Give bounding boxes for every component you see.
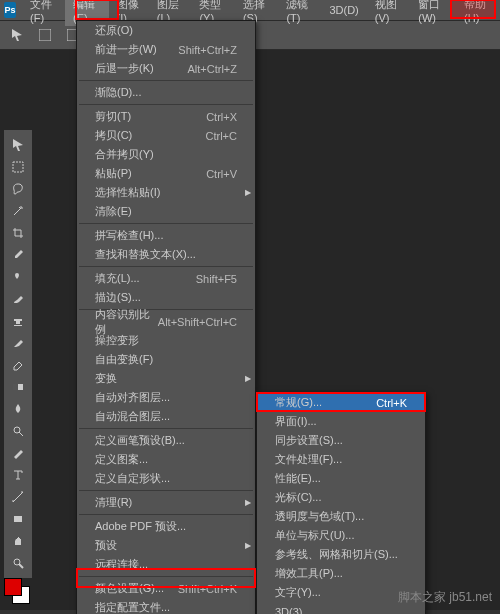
- tool-gradient[interactable]: [4, 376, 32, 398]
- menu-label: 清理(R): [95, 495, 132, 510]
- menu-shortcut: Shift+Ctrl+Z: [178, 44, 237, 56]
- menubar: Ps 文件(F) 编辑(E) 图像(I) 图层(L) 类型(Y) 选择(S) 滤…: [0, 0, 500, 20]
- edit-menu-item[interactable]: 后退一步(K)Alt+Ctrl+Z: [77, 59, 255, 78]
- edit-menu-dropdown: 还原(O)前进一步(W)Shift+Ctrl+Z后退一步(K)Alt+Ctrl+…: [76, 20, 256, 614]
- tool-zoom[interactable]: [4, 552, 32, 574]
- menubar-filter[interactable]: 滤镜(T): [278, 0, 321, 26]
- edit-menu-item[interactable]: 颜色设置(G)...Shift+Ctrl+K: [77, 579, 255, 598]
- edit-menu-item[interactable]: 定义图案...: [77, 450, 255, 469]
- edit-menu-item[interactable]: 操控变形: [77, 331, 255, 350]
- edit-menu-item[interactable]: 远程连接...: [77, 555, 255, 574]
- edit-menu-item[interactable]: 拼写检查(H)...: [77, 226, 255, 245]
- edit-menu-item[interactable]: 自动混合图层...: [77, 407, 255, 426]
- menu-label: 填充(L)...: [95, 271, 140, 286]
- menu-shortcut: Ctrl+K: [376, 397, 407, 409]
- tool-dodge[interactable]: [4, 420, 32, 442]
- tool-pen[interactable]: [4, 442, 32, 464]
- preferences-submenu: 常规(G)...Ctrl+K界面(I)...同步设置(S)...文件处理(F).…: [256, 392, 426, 614]
- watermark: 脚本之家 jb51.net: [398, 589, 492, 606]
- menu-label: 3D(3)...: [275, 606, 312, 615]
- edit-menu-item[interactable]: 还原(O): [77, 21, 255, 40]
- edit-menu-item[interactable]: 指定配置文件...: [77, 598, 255, 614]
- tool-lasso[interactable]: [4, 178, 32, 200]
- menu-label: 操控变形: [95, 333, 139, 348]
- tool-crop[interactable]: [4, 222, 32, 244]
- menu-separator: [79, 223, 253, 224]
- edit-menu-item[interactable]: 变换▶: [77, 369, 255, 388]
- tool-marquee[interactable]: [4, 156, 32, 178]
- menu-label: 渐隐(D)...: [95, 85, 141, 100]
- toolbox: [4, 130, 32, 578]
- menubar-file[interactable]: 文件(F): [22, 0, 65, 26]
- edit-menu-item[interactable]: 预设▶: [77, 536, 255, 555]
- menubar-window[interactable]: 窗口(W): [410, 0, 456, 26]
- edit-menu-item[interactable]: 填充(L)...Shift+F5: [77, 269, 255, 288]
- edit-menu-item[interactable]: 内容识别比例Alt+Shift+Ctrl+C: [77, 312, 255, 331]
- tool-move[interactable]: [4, 134, 32, 156]
- tool-rect[interactable]: [4, 508, 32, 530]
- edit-menu-item[interactable]: 清除(E): [77, 202, 255, 221]
- menu-label: 预设: [95, 538, 117, 553]
- tool-heal[interactable]: [4, 266, 32, 288]
- edit-menu-item[interactable]: 定义自定形状...: [77, 469, 255, 488]
- menubar-help[interactable]: 帮助(H): [456, 0, 500, 26]
- edit-menu-item[interactable]: 清理(R)▶: [77, 493, 255, 512]
- edit-menu-item[interactable]: 描边(S)...: [77, 288, 255, 307]
- menu-shortcut: Shift+Ctrl+K: [178, 583, 237, 595]
- tool-path[interactable]: [4, 486, 32, 508]
- menu-shortcut: Ctrl+V: [206, 168, 237, 180]
- pref-menu-item[interactable]: 光标(C)...: [257, 488, 425, 507]
- menu-shortcut: Ctrl+C: [206, 130, 237, 142]
- edit-menu-item[interactable]: 前进一步(W)Shift+Ctrl+Z: [77, 40, 255, 59]
- menu-label: 自动混合图层...: [95, 409, 170, 424]
- tool-blur[interactable]: [4, 398, 32, 420]
- edit-menu-item[interactable]: Adobe PDF 预设...: [77, 517, 255, 536]
- edit-menu-item[interactable]: 自动对齐图层...: [77, 388, 255, 407]
- menu-shortcut: Alt+Shift+Ctrl+C: [158, 316, 237, 328]
- edit-menu-item[interactable]: 选择性粘贴(I)▶: [77, 183, 255, 202]
- menu-label: 变换: [95, 371, 117, 386]
- menu-label: 拼写检查(H)...: [95, 228, 163, 243]
- menu-label: 参考线、网格和切片(S)...: [275, 547, 398, 562]
- edit-menu-item[interactable]: 定义画笔预设(B)...: [77, 431, 255, 450]
- current-tool-icon[interactable]: [8, 26, 26, 44]
- pref-menu-item[interactable]: 界面(I)...: [257, 412, 425, 431]
- menubar-3d[interactable]: 3D(D): [321, 2, 366, 18]
- foreground-color[interactable]: [4, 578, 22, 596]
- menu-label: 描边(S)...: [95, 290, 141, 305]
- edit-menu-item[interactable]: 自由变换(F): [77, 350, 255, 369]
- tool-eyedrop[interactable]: [4, 244, 32, 266]
- pref-menu-item[interactable]: 文件处理(F)...: [257, 450, 425, 469]
- menu-label: 自由变换(F): [95, 352, 153, 367]
- pref-menu-item[interactable]: 常规(G)...Ctrl+K: [257, 393, 425, 412]
- tool-wand[interactable]: [4, 200, 32, 222]
- edit-menu-item[interactable]: 拷贝(C)Ctrl+C: [77, 126, 255, 145]
- menu-label: 指定配置文件...: [95, 600, 170, 614]
- tool-history[interactable]: [4, 332, 32, 354]
- pref-menu-item[interactable]: 同步设置(S)...: [257, 431, 425, 450]
- tool-type[interactable]: [4, 464, 32, 486]
- menu-label: 还原(O): [95, 23, 133, 38]
- menu-label: 界面(I)...: [275, 414, 317, 429]
- pref-menu-item[interactable]: 性能(E)...: [257, 469, 425, 488]
- menu-label: 同步设置(S)...: [275, 433, 343, 448]
- edit-menu-item[interactable]: 粘贴(P)Ctrl+V: [77, 164, 255, 183]
- edit-menu-item[interactable]: 合并拷贝(Y): [77, 145, 255, 164]
- edit-menu-item[interactable]: 查找和替换文本(X)...: [77, 245, 255, 264]
- tool-eraser[interactable]: [4, 354, 32, 376]
- tool-stamp[interactable]: [4, 310, 32, 332]
- menu-separator: [79, 80, 253, 81]
- tool-brush[interactable]: [4, 288, 32, 310]
- pref-menu-item[interactable]: 参考线、网格和切片(S)...: [257, 545, 425, 564]
- edit-menu-item[interactable]: 剪切(T)Ctrl+X: [77, 107, 255, 126]
- pref-menu-item[interactable]: 增效工具(P)...: [257, 564, 425, 583]
- tool-hand[interactable]: [4, 530, 32, 552]
- pref-menu-item[interactable]: 透明度与色域(T)...: [257, 507, 425, 526]
- menu-label: 定义图案...: [95, 452, 148, 467]
- edit-menu-item[interactable]: 渐隐(D)...: [77, 83, 255, 102]
- menu-label: 远程连接...: [95, 557, 148, 572]
- menubar-view[interactable]: 视图(V): [367, 0, 411, 26]
- color-swatches[interactable]: [4, 578, 32, 606]
- auto-select-check[interactable]: [36, 26, 54, 44]
- pref-menu-item[interactable]: 单位与标尺(U)...: [257, 526, 425, 545]
